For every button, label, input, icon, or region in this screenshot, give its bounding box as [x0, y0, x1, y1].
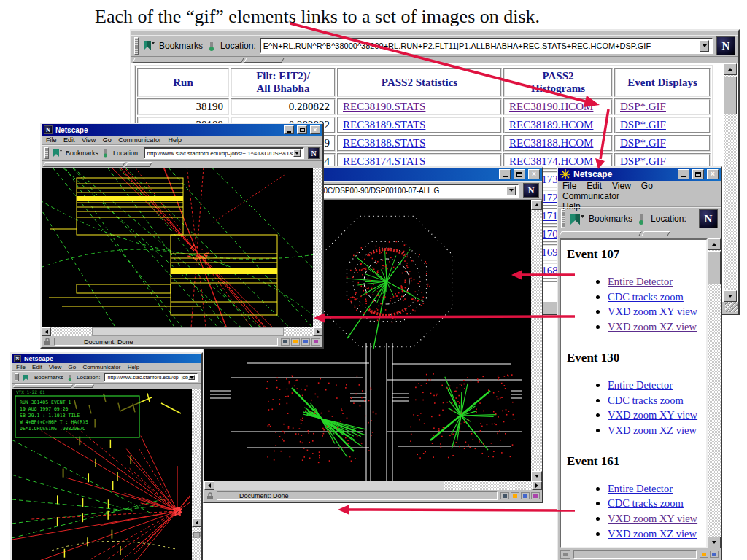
table-link[interactable]: REC38190.STATS	[343, 101, 425, 112]
table-link[interactable]: DSP*.GIF	[620, 137, 666, 149]
bookmarks-icon[interactable]	[142, 40, 155, 52]
close-button[interactable]: ×	[310, 125, 320, 134]
table-link[interactable]: DSP*.GIF	[620, 119, 666, 131]
menu-item[interactable]: Edit	[587, 181, 602, 191]
event-link[interactable]: VXD zoom XY view	[608, 306, 697, 317]
menu-item[interactable]: File	[562, 181, 576, 191]
event-link-item: Entire Detector	[596, 274, 706, 289]
status-icons[interactable]	[500, 492, 540, 499]
location-field[interactable]: E^N+RL.RUN^R^B^38000^38200+RL.RUN+P2.FLT…	[260, 38, 713, 54]
location-dropdown[interactable]	[506, 186, 516, 195]
event-link[interactable]: Entire Detector	[608, 379, 673, 391]
location-label: Location:	[651, 214, 686, 224]
events-titlebar[interactable]: Netscape ×	[558, 168, 721, 181]
scroll-thumb[interactable]	[708, 251, 721, 284]
hidscope-titlebar[interactable]: N Netscape ×	[42, 124, 322, 136]
event-link[interactable]: Entire Detector	[608, 483, 673, 494]
status-icons[interactable]	[281, 338, 320, 346]
events-vscrollbar[interactable]	[708, 238, 721, 548]
events-menubar[interactable]: FileEditViewGoCommunicatorHelp	[558, 181, 721, 207]
table-link[interactable]: REC38190.HCOM	[509, 101, 593, 112]
list-titlebar[interactable]: N Netscape	[12, 354, 201, 363]
netscape-logo[interactable]: N	[699, 209, 718, 228]
menu-item[interactable]: View	[612, 181, 631, 191]
bookmarks-label[interactable]: Bookmarks	[66, 149, 98, 157]
event-link[interactable]: Entire Detector	[608, 276, 673, 287]
event-link-item: CDC tracks zoom	[596, 393, 706, 408]
event-link-item: CDC tracks zoom	[596, 496, 706, 511]
events-statusbar	[558, 548, 721, 560]
resize-grip[interactable]	[725, 302, 738, 312]
netscape-logo[interactable]: N	[523, 183, 539, 198]
maximize-button[interactable]	[514, 169, 525, 179]
event-link[interactable]: CDC tracks zoom	[608, 497, 684, 509]
event-link[interactable]: VXD zoom XY view	[608, 513, 697, 524]
netscape-logo[interactable]: N	[308, 147, 320, 159]
close-button[interactable]: ×	[528, 169, 540, 179]
svg-text:SB 29.1 : 1.1013 TILE: SB 29.1 : 1.1013 TILE	[20, 413, 80, 419]
main-vscrollbar[interactable]	[724, 63, 737, 302]
bookmarks-icon[interactable]	[23, 374, 31, 381]
hidscope-menubar[interactable]: File Edit View Go Communicator Help	[42, 136, 322, 145]
location-icon	[636, 213, 647, 225]
list-vscrollbar[interactable]	[192, 389, 201, 560]
event-link[interactable]: VXD zoom XZ view	[608, 528, 697, 540]
minimize-button[interactable]	[284, 125, 294, 134]
menu-item[interactable]: Communicator	[562, 191, 619, 201]
event-link[interactable]: CDC tracks zoom	[608, 291, 684, 303]
center-hscrollbar[interactable]	[204, 481, 542, 490]
event-link[interactable]: CDC tracks zoom	[608, 394, 684, 406]
table-link[interactable]: REC38189.STATS	[343, 119, 425, 131]
location-label: Location:	[220, 41, 256, 51]
toolbar-grip[interactable]	[561, 209, 565, 228]
close-button[interactable]: ×	[707, 169, 719, 179]
bookmarks-label[interactable]: Bookmarks	[159, 41, 203, 51]
table-link[interactable]: REC38174.HCOM	[509, 155, 593, 167]
table-link[interactable]: REC38174.STATS	[343, 155, 425, 167]
bookmarks-icon[interactable]	[53, 149, 62, 158]
hidscope-canvas	[42, 168, 313, 327]
bookmarks-label[interactable]: Bookmarks	[589, 214, 632, 224]
event-link[interactable]: VXD zoom XY view	[608, 409, 697, 421]
bookmarks-label[interactable]: Bookmarks	[34, 374, 63, 381]
window-title: Netscape	[573, 169, 612, 179]
link-cursor-icon	[192, 530, 201, 539]
menu-item[interactable]: Go	[641, 181, 653, 191]
table-link[interactable]: REC38188.STATS	[343, 137, 425, 149]
minimize-button[interactable]	[678, 169, 689, 179]
event-link[interactable]: VXD zoom XZ view	[608, 424, 697, 436]
status-icons[interactable]	[700, 551, 719, 558]
maximize-button[interactable]	[297, 125, 307, 134]
scroll-left-button[interactable]	[192, 518, 201, 527]
toolbar-grip[interactable]	[44, 147, 49, 159]
location-field[interactable]: http://www.slac.stanford.edu/dp_jobs/RUN…	[104, 373, 198, 382]
minimize-button[interactable]	[499, 169, 511, 179]
table-link[interactable]: REC38188.HCOM	[509, 137, 593, 149]
hidscope-hscrollbar[interactable]	[42, 327, 322, 336]
zoom-view-canvas: VTX 1-2Z 01RUN 381405 EVENT 119 AUG 1997…	[12, 389, 192, 560]
table-link[interactable]: DSP*.GIF	[620, 155, 666, 167]
location-field[interactable]: http://www.slac.stanford.edu/dp-jobs/~.1…	[144, 147, 304, 159]
location-icon	[102, 149, 109, 158]
netscape-logo[interactable]: N	[716, 36, 735, 55]
scroll-down-button[interactable]	[724, 290, 737, 302]
table-link[interactable]: REC38189.HCOM	[509, 119, 593, 131]
location-dropdown[interactable]	[700, 40, 709, 52]
bookmarks-icon[interactable]	[569, 212, 585, 226]
scroll-thumb[interactable]	[724, 77, 737, 114]
location-dropdown[interactable]	[293, 149, 301, 157]
event-link[interactable]: VXD zoom XZ view	[608, 321, 697, 332]
scroll-up-button[interactable]	[724, 63, 737, 75]
toolbar-grip[interactable]	[134, 37, 139, 55]
list-menubar[interactable]: File Edit View Go Communicator Help	[12, 363, 201, 371]
center-vscrollbar[interactable]	[531, 200, 542, 481]
hidscope-vscrollbar[interactable]	[313, 168, 322, 327]
toolbar-grip[interactable]	[15, 373, 19, 381]
location-dropdown[interactable]	[188, 375, 195, 380]
svg-text:DE*1.CROSSING .90829E7C: DE*1.CROSSING .90829E7C	[20, 426, 85, 432]
table-link[interactable]: DSP*.GIF	[620, 101, 666, 112]
scroll-up-button[interactable]	[708, 238, 721, 250]
maximize-button[interactable]	[692, 169, 704, 179]
scroll-down-button[interactable]	[708, 537, 721, 548]
hidscope-statusbar: Document: Done	[42, 336, 322, 347]
